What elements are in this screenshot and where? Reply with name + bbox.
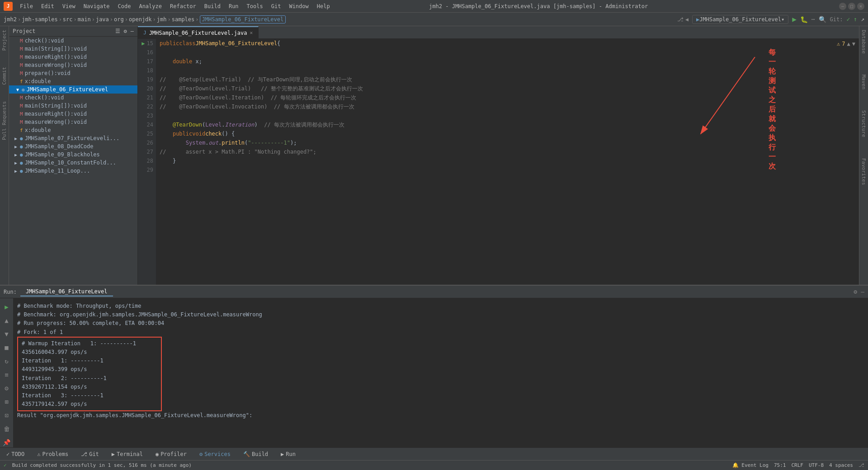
menu-view[interactable]: View bbox=[59, 2, 79, 10]
minimize-button[interactable]: — bbox=[839, 3, 846, 10]
menu-edit[interactable]: Edit bbox=[38, 2, 58, 10]
run-rerun-button[interactable]: ↻ bbox=[1, 356, 12, 366]
tree-item-measurewrong-1[interactable]: M measureWrong():void bbox=[9, 61, 137, 69]
profiler-tool[interactable]: ◉ Profiler bbox=[153, 450, 189, 458]
tree-item-07[interactable]: ▶ ● JMHSample_07_FixtureLeveli... bbox=[9, 134, 137, 142]
breadcrumb-main[interactable]: main bbox=[78, 16, 91, 23]
git-tool[interactable]: ⎇ Git bbox=[78, 450, 102, 458]
annotation-arrow bbox=[687, 57, 778, 147]
run-filter-button[interactable]: ⊡ bbox=[1, 410, 12, 420]
project-minimize-icon[interactable]: — bbox=[131, 28, 134, 34]
menu-analyze[interactable]: Analyze bbox=[135, 2, 165, 10]
maven-sidebar-tab[interactable]: Maven bbox=[861, 75, 867, 89]
tree-item-measureright-2[interactable]: M measureRight():void bbox=[9, 110, 137, 118]
menu-git[interactable]: Git bbox=[268, 2, 285, 10]
event-log-item[interactable]: 🔔 Event Log bbox=[732, 462, 769, 468]
build-tool[interactable]: 🔨 Build bbox=[241, 450, 271, 458]
run-play-button[interactable]: ▶ bbox=[1, 302, 12, 312]
run-layout-button[interactable]: ⊞ bbox=[1, 397, 12, 407]
database-sidebar-tab[interactable]: Database bbox=[861, 30, 867, 54]
tree-item-prepare[interactable]: M prepare():void bbox=[9, 69, 137, 77]
tree-item-x-2[interactable]: f x:double bbox=[9, 126, 137, 134]
menu-code[interactable]: Code bbox=[114, 2, 135, 10]
menu-help[interactable]: Help bbox=[313, 2, 334, 10]
services-tool[interactable]: ⚙ Services bbox=[197, 450, 233, 458]
project-sidebar-tab[interactable]: Project bbox=[1, 30, 7, 51]
menu-build[interactable]: Build bbox=[201, 2, 224, 10]
git-arrow[interactable]: ↗ bbox=[861, 16, 864, 23]
maximize-button[interactable]: □ bbox=[848, 3, 855, 10]
tree-item-measurewrong-2[interactable]: M measureWrong():void bbox=[9, 118, 137, 126]
method-icon: M bbox=[20, 38, 23, 44]
editor-content[interactable]: ▶ 15 16 17 18 19 20 21 22 23 24 25 26 27… bbox=[138, 39, 859, 285]
run-minimize-icon[interactable]: — bbox=[861, 288, 864, 295]
back-button[interactable]: ◀ bbox=[685, 16, 689, 23]
close-tab-icon[interactable]: ✕ bbox=[250, 30, 253, 36]
close-button[interactable]: ✕ bbox=[857, 3, 864, 10]
project-layout-icon[interactable]: ☰ bbox=[115, 28, 120, 34]
warning-indicator[interactable]: ⚠ 7 ▲ ▼ bbox=[837, 41, 855, 47]
editor-tab-fixturelevel[interactable]: J JMHSample_06_FixtureLevel.java ✕ bbox=[138, 26, 259, 39]
favorites-sidebar-tab[interactable]: Favorites bbox=[861, 158, 867, 185]
tree-item-10[interactable]: ▶ ● JMHSample_10_ConstantFold... bbox=[9, 159, 137, 167]
run-stop-button[interactable]: ■ bbox=[1, 343, 12, 352]
menu-run[interactable]: Run bbox=[225, 2, 242, 10]
menu-file[interactable]: File bbox=[16, 2, 37, 10]
git-push[interactable]: ↑ bbox=[854, 16, 857, 23]
search-button[interactable]: 🔍 bbox=[819, 16, 826, 23]
tree-item-11[interactable]: ▶ ● JMHSample_11_Loop... bbox=[9, 167, 137, 175]
breadcrumb-openjdk[interactable]: openjdk bbox=[129, 16, 152, 23]
chevron-down-icon[interactable]: ▼ bbox=[852, 41, 855, 47]
toolbar-more[interactable]: ⋯ bbox=[811, 16, 815, 23]
breadcrumb-org[interactable]: org bbox=[114, 16, 124, 23]
tree-item-check-1[interactable]: M check():void bbox=[9, 37, 137, 45]
breadcrumb-samples[interactable]: samples bbox=[172, 16, 195, 23]
charset-indicator[interactable]: UTF-8 bbox=[809, 462, 824, 468]
breadcrumb-jmh[interactable]: jmh bbox=[157, 16, 167, 23]
commit-sidebar-tab[interactable]: Commit bbox=[1, 67, 7, 85]
breadcrumb-module[interactable]: jmh-samples bbox=[22, 16, 57, 23]
editor-area: J JMHSample_06_FixtureLevel.java ✕ ▶ 15 … bbox=[138, 26, 859, 285]
pull-requests-sidebar-tab[interactable]: Pull Requests bbox=[1, 101, 7, 140]
menu-refactor[interactable]: Refactor bbox=[166, 2, 200, 10]
breadcrumb-project[interactable]: jmh2 bbox=[4, 16, 17, 23]
run-tool[interactable]: ▶ Run bbox=[278, 450, 298, 458]
position-indicator[interactable]: 75:1 bbox=[774, 462, 786, 468]
tree-item-09[interactable]: ▶ ● JMHSample_09_Blackholes bbox=[9, 150, 137, 159]
run-settings-icon[interactable]: ⚙ bbox=[854, 288, 857, 295]
tree-item-main-1[interactable]: M main(String[]):void bbox=[9, 45, 137, 53]
menu-tools[interactable]: Tools bbox=[243, 2, 267, 10]
debug-button[interactable]: 🐛 bbox=[800, 16, 808, 23]
chevron-up-icon[interactable]: ▲ bbox=[847, 41, 850, 47]
menu-window[interactable]: Window bbox=[285, 2, 312, 10]
run-down-button[interactable]: ▼ bbox=[1, 329, 12, 339]
structure-sidebar-tab[interactable]: Structure bbox=[861, 110, 867, 137]
breadcrumb-file[interactable]: JMHSample_06_FixtureLevel bbox=[200, 15, 286, 24]
terminal-tool[interactable]: ▶ Terminal bbox=[109, 450, 146, 458]
problems-tool[interactable]: ⚠ Problems bbox=[34, 450, 71, 458]
tree-item-x-1[interactable]: f x:double bbox=[9, 77, 137, 85]
run-configuration[interactable]: ▶ JMHSample_06_FixtureLevel ▾ bbox=[692, 15, 788, 24]
tree-item-fixturelevel-selected[interactable]: ▼ ● JMHSample_06_FixtureLevel bbox=[9, 85, 137, 94]
tree-item-check-2[interactable]: M check():void bbox=[9, 94, 137, 102]
project-settings-icon[interactable]: ⚙ bbox=[124, 28, 127, 34]
run-settings-button[interactable]: ⚙ bbox=[1, 383, 12, 393]
tree-item-08[interactable]: ▶ ● JMHSample_08_DeadCode bbox=[9, 142, 137, 150]
indent-indicator[interactable]: 4 spaces bbox=[829, 462, 853, 468]
tree-item-main-2[interactable]: M main(String[]):void bbox=[9, 102, 137, 110]
todo-tool[interactable]: ✓ TODO bbox=[4, 450, 27, 458]
breadcrumb-src[interactable]: src bbox=[63, 16, 73, 23]
breadcrumb-java[interactable]: java bbox=[96, 16, 109, 23]
run-gutter-icon[interactable]: ▶ bbox=[142, 39, 145, 48]
run-tab-fixturelevel[interactable]: JMHSample_06_FixtureLevel bbox=[20, 287, 113, 296]
git-checkmark[interactable]: ✓ bbox=[847, 16, 850, 23]
run-button[interactable]: ▶ bbox=[792, 15, 797, 24]
line-ending-indicator[interactable]: CRLF bbox=[791, 462, 803, 468]
run-dump-threads-button[interactable]: ≡ bbox=[1, 370, 12, 380]
run-trash-button[interactable]: 🗑 bbox=[1, 424, 12, 434]
menu-navigate[interactable]: Navigate bbox=[80, 2, 113, 10]
tree-item-measureright-1[interactable]: M measureRight():void bbox=[9, 53, 137, 61]
terminal-label: Terminal bbox=[117, 451, 143, 457]
run-up-button[interactable]: ▲ bbox=[1, 315, 12, 325]
run-pin-button[interactable]: 📌 bbox=[1, 437, 12, 447]
